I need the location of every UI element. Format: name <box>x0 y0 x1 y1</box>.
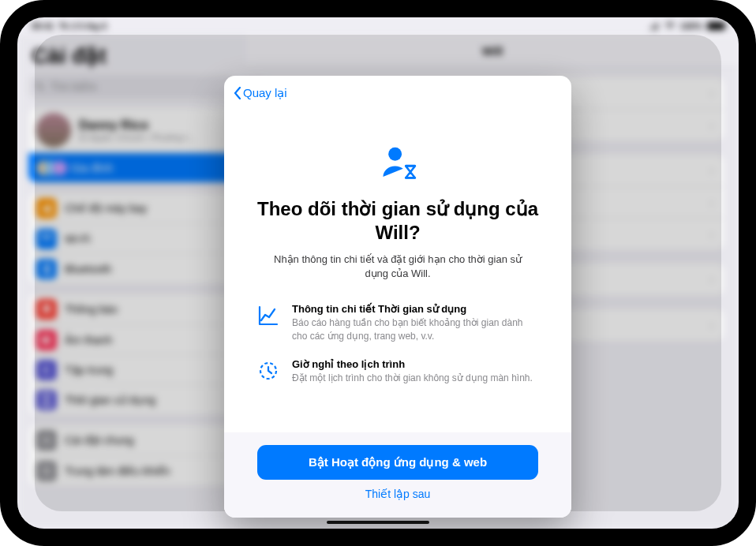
person-hourglass-icon <box>376 142 419 185</box>
feature-title: Thông tin chi tiết Thời gian sử dụng <box>292 303 538 315</box>
chart-line-icon <box>257 305 281 328</box>
back-button-label: Quay lại <box>243 86 287 100</box>
status-date: Th 2 5 thg 6 <box>58 21 107 31</box>
home-indicator[interactable] <box>327 521 429 524</box>
modal-subtitle: Nhận thông tin chi tiết và đặt giới hạn … <box>257 252 538 281</box>
modal-title: Theo dõi thời gian sử dụng của Will? <box>257 197 538 245</box>
enable-app-web-activity-button[interactable]: Bật Hoạt động ứng dụng & web <box>257 445 538 480</box>
svg-rect-11 <box>405 165 416 167</box>
set-up-later-button[interactable]: Thiết lập sau <box>365 488 431 500</box>
battery-icon <box>707 22 724 30</box>
feature-title: Giờ nghỉ theo lịch trình <box>292 358 533 370</box>
chevron-left-icon <box>234 87 241 99</box>
signal-icon <box>649 22 660 30</box>
wifi-status-icon <box>664 22 676 30</box>
feature-description: Đặt một lịch trình cho thời gian không s… <box>292 372 533 384</box>
clock-dashed-icon <box>257 360 281 383</box>
feature-item: Giờ nghỉ theo lịch trìnhĐặt một lịch trì… <box>257 358 538 384</box>
feature-description: Báo cáo hàng tuần cho bạn biết khoảng th… <box>292 316 538 342</box>
svg-point-10 <box>388 148 402 161</box>
status-time: 09:41 <box>32 21 54 31</box>
back-button[interactable]: Quay lại <box>234 86 287 100</box>
svg-rect-12 <box>405 177 416 179</box>
feature-item: Thông tin chi tiết Thời gian sử dụngBáo … <box>257 303 538 342</box>
status-bar: 09:41 Th 2 5 thg 6 100% <box>17 17 739 35</box>
screen-time-modal: Quay lại Theo dõi thời gian sử dụng của … <box>224 76 571 518</box>
battery-percent: 100% <box>680 21 702 31</box>
